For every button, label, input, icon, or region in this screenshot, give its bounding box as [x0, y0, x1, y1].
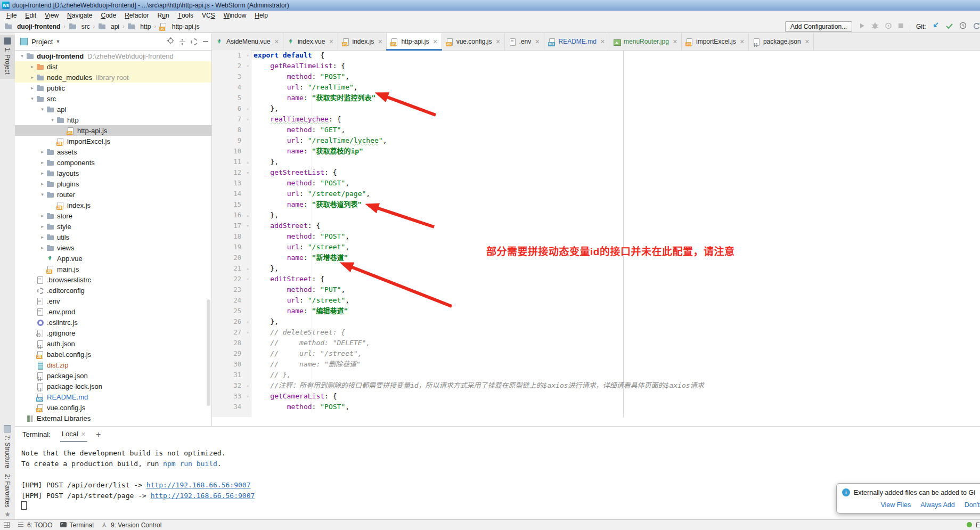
close-icon[interactable]: ✕: [81, 431, 86, 437]
tab-menuRouter.jpg[interactable]: menuRouter.jpg✕: [609, 33, 682, 50]
tree-row-http-api.js[interactable]: http-api.js: [15, 125, 211, 136]
chevron-right-icon[interactable]: ▸: [38, 245, 46, 250]
tab-README.md[interactable]: README.md✕: [544, 33, 610, 50]
fold-marker-icon[interactable]: ▿: [247, 274, 249, 284]
code-line[interactable]: export default {: [254, 50, 980, 61]
breadcrumb-item-duoji-frontend[interactable]: duoji-frontend: [3, 22, 61, 30]
notification-action-always-add[interactable]: Always Add: [920, 501, 955, 509]
close-icon[interactable]: ✕: [805, 38, 810, 45]
tree-row-duoji-frontend[interactable]: ▾duoji-frontendD:\zheheWeb\duoji-fronten…: [15, 51, 211, 61]
code-line[interactable]: getStreetList: {: [254, 167, 980, 178]
coverage-icon[interactable]: [885, 22, 892, 31]
project-panel-header[interactable]: Project ▼: [15, 33, 211, 51]
stop-icon[interactable]: [898, 23, 904, 30]
menu-item-view[interactable]: View: [40, 11, 63, 20]
terminal-cursor[interactable]: [21, 501, 27, 510]
stripe-button-favorites[interactable]: 2: Favorites ★: [0, 474, 15, 518]
tree-row-auth.json[interactable]: auth.json: [15, 338, 211, 349]
code-line[interactable]: name: "获取荔枝的ip": [254, 146, 980, 157]
editor-gutter[interactable]: 1▿2▿3456▵7▿891011▵12▿13141516▵17▿1819202…: [212, 50, 251, 417]
close-icon[interactable]: ✕: [673, 38, 677, 45]
code-line[interactable]: method: "POST",: [254, 402, 980, 412]
tree-row-.env[interactable]: .env: [15, 296, 211, 306]
chevron-right-icon[interactable]: ▸: [28, 64, 36, 69]
tree-row-App.vue[interactable]: App.vue: [15, 253, 211, 264]
fold-marker-icon[interactable]: ▿: [247, 391, 249, 402]
tree-row-babel.config.js[interactable]: babel.config.js: [15, 349, 211, 360]
statusbar-item-6: TODO[interactable]: 6: TODO: [18, 521, 53, 529]
terminal-link[interactable]: http://192.168.66.56:9007: [146, 481, 251, 489]
code-line[interactable]: getRealTimeList: {: [254, 61, 980, 71]
tree-row-importExcel.js[interactable]: importExcel.js: [15, 136, 211, 146]
menu-item-refactor[interactable]: Refactor: [120, 11, 153, 20]
tree-row-views[interactable]: ▸views: [15, 242, 211, 253]
chevron-right-icon[interactable]: ▸: [38, 213, 46, 218]
code-line[interactable]: // url: "/street",: [254, 348, 980, 359]
terminal-link[interactable]: http://192.168.66.56:9007: [151, 492, 255, 500]
breadcrumb-item-api[interactable]: api: [97, 22, 120, 30]
menu-item-help[interactable]: Help: [250, 11, 272, 20]
code-line[interactable]: editStreet: {: [254, 274, 980, 284]
menu-item-vcs[interactable]: VCS: [198, 11, 219, 20]
close-icon[interactable]: ✕: [378, 38, 382, 45]
chevron-right-icon[interactable]: ▸: [38, 160, 46, 165]
tree-row-plugins[interactable]: ▸plugins: [15, 178, 211, 189]
tab-importExcel.js[interactable]: importExcel.js✕: [682, 33, 749, 50]
fold-marker-icon[interactable]: ▿: [247, 221, 249, 231]
tree-row-External Libraries[interactable]: External Libraries: [15, 413, 211, 423]
tree-row-README.md[interactable]: README.md: [15, 392, 211, 402]
code-line[interactable]: // },: [254, 370, 980, 380]
code-line[interactable]: url: "/realTime/lychee",: [254, 135, 980, 146]
tree-row-.gitignore[interactable]: .gitignore: [15, 328, 211, 338]
code-line[interactable]: method: "GET",: [254, 125, 980, 135]
code-line[interactable]: },: [254, 316, 980, 327]
tree-row-package-lock.json[interactable]: package-lock.json: [15, 381, 211, 392]
code-line[interactable]: // method: "DELETE",: [254, 338, 980, 348]
statusbar-item-Ev[interactable]: Ev: [966, 521, 980, 529]
tree-row-.editorconfig[interactable]: .editorconfig: [15, 285, 211, 296]
tree-row-index.js[interactable]: index.js: [15, 200, 211, 210]
fold-marker-icon[interactable]: ▵: [247, 316, 249, 327]
tree-row-assets[interactable]: ▸assets: [15, 146, 211, 157]
menu-item-edit[interactable]: Edit: [21, 11, 40, 20]
tree-row-http[interactable]: ▾http: [15, 115, 211, 125]
chevron-down-icon[interactable]: ▾: [28, 96, 36, 101]
chevron-right-icon[interactable]: ▸: [38, 149, 46, 154]
git-commit-icon[interactable]: [945, 22, 953, 31]
menu-item-tools[interactable]: Tools: [174, 11, 198, 20]
run-icon[interactable]: [859, 22, 865, 31]
tree-row-components[interactable]: ▸components: [15, 157, 211, 168]
fold-marker-icon[interactable]: ▿: [247, 50, 249, 61]
fold-marker-icon[interactable]: ▵: [247, 103, 249, 114]
close-icon[interactable]: ✕: [432, 38, 437, 45]
fold-marker-icon[interactable]: ▿: [247, 167, 249, 178]
close-icon[interactable]: ✕: [740, 38, 745, 45]
tab-AsideMenu.vue[interactable]: AsideMenu.vue✕: [212, 33, 283, 50]
fold-marker-icon[interactable]: ▵: [247, 380, 249, 391]
chevron-right-icon[interactable]: ▸: [38, 234, 46, 240]
add-configuration-button[interactable]: Add Configuration...: [785, 21, 852, 32]
menu-item-navigate[interactable]: Navigate: [63, 11, 96, 20]
code-line[interactable]: //注释：所有用到删除的接口都需要拼接变量id，所以请求方式采用了挂载在原型链上…: [254, 380, 980, 391]
chevron-down-icon[interactable]: ▾: [38, 192, 46, 197]
code-line[interactable]: url: "/street",: [254, 295, 980, 306]
statusbar-item-Terminal[interactable]: Terminal: [60, 521, 94, 529]
close-icon[interactable]: ✕: [535, 38, 540, 45]
tree-row-api[interactable]: ▾api: [15, 104, 211, 115]
git-update-icon[interactable]: [932, 22, 940, 31]
collapse-all-icon[interactable]: [179, 39, 185, 45]
tree-row-.eslintrc.js[interactable]: .eslintrc.js: [15, 317, 211, 328]
chevron-right-icon[interactable]: ▸: [38, 181, 46, 186]
chevron-down-icon[interactable]: ▾: [48, 117, 56, 123]
code-line[interactable]: name: "编辑巷道": [254, 306, 980, 316]
code-area[interactable]: 1▿2▿3456▵7▿891011▵12▿13141516▵17▿1819202…: [212, 50, 980, 417]
tab-http-api.js[interactable]: http-api.js✕: [387, 33, 442, 50]
code-line[interactable]: getCameraList: {: [254, 391, 980, 402]
tab-vue.config.js[interactable]: vue.config.js✕: [442, 33, 505, 50]
tree-row-vue.config.js[interactable]: vue.config.js: [15, 402, 211, 413]
breadcrumb-item-src[interactable]: src: [68, 22, 91, 30]
fold-marker-icon[interactable]: ▿: [247, 327, 249, 338]
code-line[interactable]: },: [254, 210, 980, 221]
tree-row-.browserslistrc[interactable]: .browserslistrc: [15, 274, 211, 285]
chevron-down-icon[interactable]: ▾: [18, 53, 26, 59]
